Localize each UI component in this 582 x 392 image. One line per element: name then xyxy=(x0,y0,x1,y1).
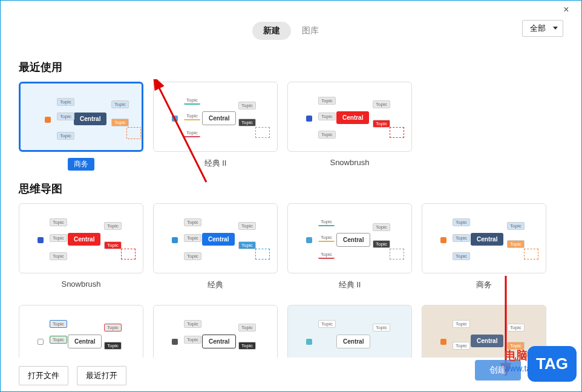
template-thumbnail[interactable]: Central Topic Topic Topic Topic xyxy=(422,305,546,358)
topic-label: Topic xyxy=(318,251,335,259)
central-label: Central xyxy=(68,335,102,348)
recent-open-button[interactable]: 最近打开 xyxy=(77,366,126,385)
topic-label: Topic xyxy=(507,342,525,350)
topic-label: Topic xyxy=(50,252,67,260)
topic-label: Topic xyxy=(453,342,470,350)
topic-label: Topic xyxy=(104,222,122,230)
template-thumbnail-snowbrush[interactable]: Central Topic Topic Topic Topic Topic xyxy=(19,203,143,273)
topic-label: Topic xyxy=(318,234,335,242)
topic-label: Topic xyxy=(318,97,336,105)
topic-label: Topic xyxy=(453,320,470,328)
template-card: Central Topic Topic Topic Topic Topic Sn… xyxy=(19,203,143,290)
template-label: 经典 II xyxy=(339,279,361,290)
topic-label: Topic xyxy=(373,324,390,332)
topic-label: Topic xyxy=(184,113,200,120)
central-label: Central xyxy=(336,335,370,348)
topic-label: Topic xyxy=(507,222,525,230)
filter-dropdown[interactable]: 全部 xyxy=(522,20,563,37)
section-title-mindmap: 思维导图 xyxy=(19,181,563,196)
template-label: 商务 xyxy=(68,158,94,171)
topic-label: Topic xyxy=(453,234,470,242)
topic-label: Topic xyxy=(238,342,256,350)
central-label: Central xyxy=(471,233,503,246)
topic-label: Topic xyxy=(318,320,336,328)
template-card: Central Topic Topic Topic Topic Topic 经典… xyxy=(153,82,278,171)
topic-label: Topic xyxy=(57,132,74,140)
template-thumbnail[interactable]: Central Topic Topic Topic Topic xyxy=(153,305,278,358)
central-label: Central xyxy=(471,335,503,347)
topic-label: Topic xyxy=(318,131,336,139)
topic-label: Topic xyxy=(238,102,256,109)
topic-label: Topic xyxy=(318,113,336,120)
template-thumbnail-classic2[interactable]: Central Topic Topic Topic Topic Topic xyxy=(153,82,278,152)
topic-label: Topic xyxy=(104,324,122,332)
topic-label: Topic xyxy=(184,234,201,242)
central-label: Central xyxy=(336,111,369,124)
bottom-toolbar: 打开文件 最近打开 xyxy=(19,366,126,385)
mindmap-grid: Central Topic Topic Topic Topic Topic Sn… xyxy=(19,203,563,358)
create-button[interactable]: 创建 xyxy=(475,360,521,381)
topic-label: Topic xyxy=(184,129,200,137)
topic-label: Topic xyxy=(50,234,67,242)
open-file-button[interactable]: 打开文件 xyxy=(19,366,68,385)
topic-label: Topic xyxy=(318,218,335,226)
topic-label: Topic xyxy=(111,119,129,126)
central-label: Central xyxy=(202,111,236,125)
topic-label: Topic xyxy=(238,222,256,230)
template-card: Central Topic Topic Topic Topic Topic 商务 xyxy=(19,82,143,171)
titlebar: × xyxy=(1,1,581,19)
template-card: Central Topic Topic Topic Topic Topic Sn… xyxy=(287,82,412,171)
central-label: Central xyxy=(202,233,235,246)
tabs: 新建 图库 xyxy=(252,22,330,40)
topic-label: Topic xyxy=(184,252,201,260)
topic-label: Topic xyxy=(373,100,390,108)
topic-label: Topic xyxy=(507,324,525,332)
template-thumbnail-business[interactable]: Central Topic Topic Topic Topic Topic xyxy=(19,82,143,152)
template-card: Central Topic Topic xyxy=(287,305,412,358)
topic-label: Topic xyxy=(238,241,256,249)
topic-label: Topic xyxy=(507,240,525,248)
template-card: Central Topic Topic Topic Topic xyxy=(153,305,278,358)
recent-grid: Central Topic Topic Topic Topic Topic 商务… xyxy=(19,82,563,171)
template-label: 经典 xyxy=(208,279,223,290)
template-label: Snowbrush xyxy=(330,158,369,167)
template-thumbnail-snowbrush[interactable]: Central Topic Topic Topic Topic Topic xyxy=(287,82,412,152)
template-thumbnail[interactable]: Central Topic Topic xyxy=(287,305,412,358)
topic-label: Topic xyxy=(50,336,67,344)
topic-label: Topic xyxy=(238,119,256,126)
close-icon[interactable]: × xyxy=(557,1,575,19)
topic-label: Topic xyxy=(184,336,201,344)
template-thumbnail-classic[interactable]: Central Topic Topic Topic Topic Topic xyxy=(153,203,278,273)
topic-label: Topic xyxy=(104,241,122,249)
central-label: Central xyxy=(74,113,106,125)
central-label: Central xyxy=(68,233,100,246)
template-thumbnail-business[interactable]: Central Topic Topic Topic Topic Topic xyxy=(422,203,546,273)
topic-label: Topic xyxy=(238,324,256,332)
topbar: 新建 图库 全部 xyxy=(1,19,581,43)
topic-label: Topic xyxy=(453,218,470,226)
template-card: Central Topic Topic Topic Topic Topic 经典… xyxy=(287,203,412,290)
topic-label: Topic xyxy=(184,218,201,226)
template-card: Central Topic Topic Topic Topic Topic 经典 xyxy=(153,203,278,290)
template-card: Central Topic Topic Topic Topic xyxy=(422,305,546,358)
topic-label: Topic xyxy=(57,98,74,106)
topic-label: Topic xyxy=(184,97,200,105)
topic-label: Topic xyxy=(453,252,470,260)
topic-label: Topic xyxy=(50,320,67,328)
topic-label: Topic xyxy=(111,100,129,108)
tab-gallery[interactable]: 图库 xyxy=(291,22,330,40)
template-thumbnail-classic2[interactable]: Central Topic Topic Topic Topic Topic xyxy=(287,203,412,273)
topic-label: Topic xyxy=(373,240,390,248)
topic-label: Topic xyxy=(50,218,67,226)
tab-new[interactable]: 新建 xyxy=(252,22,291,40)
topic-label: Topic xyxy=(104,342,122,350)
topic-label: Topic xyxy=(373,223,390,231)
template-thumbnail[interactable]: Central Topic Topic Topic Topic xyxy=(19,305,143,358)
content-area: 最近使用 Central Topic Topic Topic Topic Top… xyxy=(1,43,581,358)
central-label: Central xyxy=(336,233,370,247)
template-label: Snowbrush xyxy=(61,279,100,289)
topic-label: Topic xyxy=(57,113,74,120)
central-label: Central xyxy=(202,335,236,348)
template-label: 商务 xyxy=(476,279,492,290)
template-card: Central Topic Topic Topic Topic xyxy=(19,305,143,358)
